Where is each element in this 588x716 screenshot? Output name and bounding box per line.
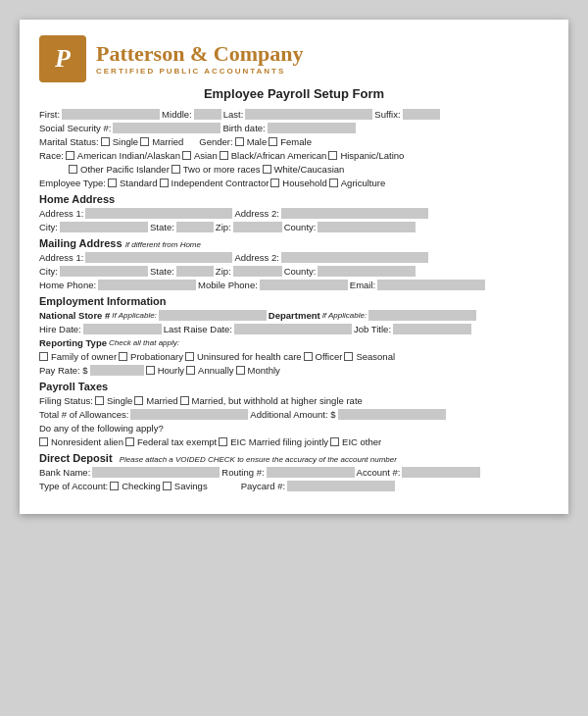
federal-exempt-checkbox[interactable] xyxy=(125,437,134,446)
hire-input[interactable] xyxy=(83,324,162,334)
rep-officer-checkbox[interactable] xyxy=(304,352,313,361)
home-zip-label: Zip: xyxy=(216,222,231,232)
filing-married-higher-checkbox[interactable] xyxy=(180,396,189,405)
emp-household-checkbox[interactable] xyxy=(270,179,279,187)
savings-checkbox[interactable] xyxy=(163,482,172,490)
store-row: National Store # If Applicable: Departme… xyxy=(39,310,549,321)
mail-county-input[interactable] xyxy=(318,266,416,277)
filing-row: Filing Status: Single Married Married, b… xyxy=(39,395,549,406)
filing-single-checkbox[interactable] xyxy=(95,396,104,405)
hourly-checkbox[interactable] xyxy=(146,366,155,375)
rep-family-label: Family of owner xyxy=(51,351,117,362)
home-addr1-input[interactable] xyxy=(85,208,232,219)
filing-single-label: Single xyxy=(107,395,132,406)
direct-deposit-title: Direct Deposit Please attach a VOIDED CH… xyxy=(39,452,549,464)
nonresident-checkbox[interactable] xyxy=(39,437,48,446)
store-input[interactable] xyxy=(159,310,267,321)
mail-zip-input[interactable] xyxy=(233,266,282,277)
dept-note: If Applicable: xyxy=(322,311,368,320)
race-asian-checkbox[interactable] xyxy=(182,151,191,160)
race-pi-label: Other Pacific Islander xyxy=(80,164,170,175)
emp-type-label: Employee Type: xyxy=(39,178,106,188)
race-white-checkbox[interactable] xyxy=(263,165,271,174)
birthdate-input[interactable] xyxy=(268,123,356,133)
hourly-label: Hourly xyxy=(158,365,184,376)
allowances-input[interactable] xyxy=(130,409,248,420)
home-city-input[interactable] xyxy=(60,222,148,232)
race-ai-checkbox[interactable] xyxy=(66,151,74,160)
store-label: National Store # xyxy=(39,310,110,321)
married-checkbox[interactable] xyxy=(140,137,149,146)
hire-label: Hire Date: xyxy=(39,324,81,334)
monthly-checkbox[interactable] xyxy=(236,366,245,375)
last-input[interactable] xyxy=(245,109,372,120)
male-label: Male xyxy=(247,136,268,147)
email-input[interactable] xyxy=(377,280,485,290)
pay-rate-input[interactable] xyxy=(90,365,144,376)
first-label: First: xyxy=(39,109,60,120)
raise-input[interactable] xyxy=(234,324,352,334)
single-checkbox[interactable] xyxy=(101,137,110,146)
annually-checkbox[interactable] xyxy=(186,366,195,375)
home-phone-input[interactable] xyxy=(98,280,196,290)
company-title: Patterson & Company xyxy=(96,42,303,66)
mail-city-input[interactable] xyxy=(60,266,148,277)
logo-letter: P xyxy=(55,46,71,72)
additional-input[interactable] xyxy=(338,409,446,420)
last-label: Last: xyxy=(223,109,244,120)
race-black-checkbox[interactable] xyxy=(220,151,228,160)
first-input[interactable] xyxy=(62,109,160,120)
home-addr2-input[interactable] xyxy=(281,208,428,219)
rep-probationary-checkbox[interactable] xyxy=(119,352,127,361)
mail-addr2-label: Address 2: xyxy=(234,252,278,263)
female-checkbox[interactable] xyxy=(269,137,277,146)
suffix-label: Suffix: xyxy=(374,109,400,120)
account-input[interactable] xyxy=(402,467,480,478)
eic-married-checkbox[interactable] xyxy=(219,437,227,446)
race-two-checkbox[interactable] xyxy=(172,165,180,174)
home-county-input[interactable] xyxy=(318,222,416,232)
allowances-label: Total # of Allowances: xyxy=(39,409,128,420)
home-zip-input[interactable] xyxy=(233,222,282,232)
mail-state-input[interactable] xyxy=(176,266,214,277)
employment-title: Employment Information xyxy=(39,295,549,307)
home-state-label: State: xyxy=(150,222,174,232)
race-pi-checkbox[interactable] xyxy=(69,165,77,174)
emp-ic-checkbox[interactable] xyxy=(160,179,169,187)
middle-input[interactable] xyxy=(194,109,221,120)
male-checkbox[interactable] xyxy=(235,137,244,146)
race-black-label: Black/African American xyxy=(231,150,327,161)
race-hispanic-checkbox[interactable] xyxy=(328,151,337,160)
checking-checkbox[interactable] xyxy=(110,482,119,490)
header: P Patterson & Company Certified Public A… xyxy=(39,35,549,82)
suffix-input[interactable] xyxy=(403,109,440,120)
emp-agriculture-checkbox[interactable] xyxy=(329,179,338,187)
ssn-input[interactable] xyxy=(113,123,220,133)
mail-addr2-input[interactable] xyxy=(281,252,428,263)
bank-row: Bank Name: Routing #: Account #: xyxy=(39,467,549,478)
bank-label: Bank Name: xyxy=(39,467,90,478)
paycard-input[interactable] xyxy=(287,481,395,491)
filing-married-checkbox[interactable] xyxy=(134,396,143,405)
mail-city-label: City: xyxy=(39,266,58,277)
race-two-label: Two or more races xyxy=(183,164,261,175)
emp-standard-label: Standard xyxy=(120,178,158,188)
rep-family-checkbox[interactable] xyxy=(39,352,48,361)
dept-input[interactable] xyxy=(368,310,476,321)
rep-seasonal-checkbox[interactable] xyxy=(344,352,353,361)
rep-uninsured-checkbox[interactable] xyxy=(185,352,194,361)
race-hispanic-label: Hispanic/Latino xyxy=(340,150,404,161)
monthly-label: Monthly xyxy=(248,365,280,376)
eic-other-checkbox[interactable] xyxy=(330,437,339,446)
emp-standard-checkbox[interactable] xyxy=(108,179,117,187)
home-county-label: County: xyxy=(284,222,317,232)
home-state-input[interactable] xyxy=(176,222,214,232)
bank-input[interactable] xyxy=(92,467,220,478)
mobile-phone-input[interactable] xyxy=(260,280,348,290)
company-name-part1: Patterson xyxy=(96,41,184,66)
job-input[interactable] xyxy=(393,324,471,334)
home-phone-label: Home Phone: xyxy=(39,280,96,290)
mail-addr1-input[interactable] xyxy=(85,252,232,263)
ssn-label: Social Security #: xyxy=(39,123,111,133)
routing-input[interactable] xyxy=(267,467,355,478)
